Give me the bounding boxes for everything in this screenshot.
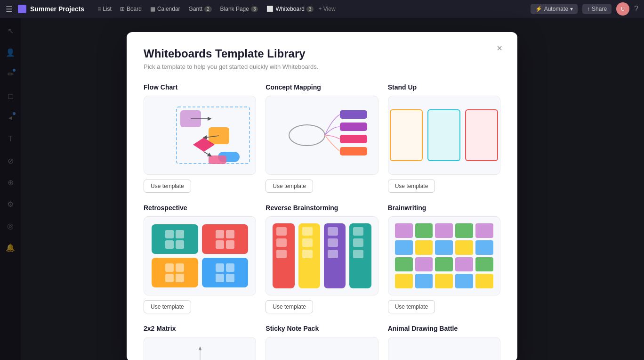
modal-close-button[interactable]: ×	[493, 41, 506, 55]
svg-line-8	[204, 152, 210, 155]
svg-marker-17	[199, 346, 201, 350]
avatar[interactable]: U	[616, 2, 629, 16]
concept-svg	[270, 100, 374, 171]
svg-rect-10	[340, 110, 367, 119]
modal-title: Whiteboards Template Library	[144, 47, 500, 60]
template-brainwriting: Brainwriting	[388, 204, 500, 313]
help-icon[interactable]: ?	[634, 5, 638, 13]
share-button[interactable]: ↑ Share	[582, 4, 612, 14]
modal-overlay: × Whiteboards Template Library Pick a te…	[0, 18, 644, 360]
use-flowchart-btn[interactable]: Use template	[144, 180, 191, 193]
template-retro-name: Retrospective	[144, 204, 256, 212]
template-standup-card[interactable]	[388, 96, 500, 175]
nav-list[interactable]: ≡ List	[94, 4, 115, 14]
svg-rect-11	[340, 123, 367, 131]
add-view-btn[interactable]: + View	[318, 6, 335, 12]
svg-rect-5	[209, 155, 226, 164]
matrix-svg	[158, 346, 242, 360]
bw-preview	[388, 217, 500, 295]
standup-preview	[388, 96, 500, 174]
template-matrix: 2x2 Matrix	[144, 325, 256, 360]
template-bw-name: Brainwriting	[388, 204, 500, 212]
template-rb-name: Reverse Brainstorming	[266, 204, 378, 212]
svg-point-9	[289, 125, 325, 146]
template-flowchart: Flow Chart	[144, 83, 256, 193]
calendar-icon: ▦	[150, 6, 155, 12]
template-concept: Concept Mapping	[266, 83, 378, 193]
template-rb-card[interactable]	[266, 216, 378, 295]
template-stickynote: Sticky Note Pack	[266, 325, 378, 360]
template-standup: Stand Up Use template	[388, 83, 500, 193]
hamburger-icon[interactable]: ☰	[6, 5, 12, 14]
template-reversebrainstorm: Reverse Brainstorming	[266, 204, 378, 313]
share-icon: ↑	[587, 6, 590, 12]
use-retro-btn[interactable]: Use template	[144, 300, 191, 313]
matrix-preview	[144, 337, 256, 360]
template-library-modal: × Whiteboards Template Library Pick a te…	[127, 32, 517, 360]
list-icon: ≡	[97, 6, 101, 12]
template-sticky-name: Sticky Note Pack	[266, 325, 378, 332]
retro-preview	[144, 217, 256, 295]
topbar-right: ⚡ Automate ▾ ↑ Share U ?	[531, 2, 638, 16]
automate-button[interactable]: ⚡ Automate ▾	[531, 4, 578, 14]
template-retro-card[interactable]	[144, 216, 256, 295]
use-rb-btn[interactable]: Use template	[266, 300, 313, 313]
use-standup-btn[interactable]: Use template	[388, 180, 435, 193]
automate-chevron: ▾	[570, 6, 573, 12]
animal-preview	[388, 337, 500, 360]
template-grid: Flow Chart	[144, 83, 500, 360]
flowchart-svg	[148, 100, 252, 171]
template-flowchart-card[interactable]	[144, 96, 256, 175]
modal-subtitle: Pick a template to help you get started …	[144, 63, 500, 70]
template-standup-name: Stand Up	[388, 83, 500, 91]
template-animal-card[interactable]	[388, 337, 500, 360]
whiteboard-icon: ⬜	[266, 6, 274, 12]
board-icon: ⊞	[120, 6, 125, 12]
use-concept-btn[interactable]: Use template	[266, 180, 313, 193]
template-retro: Retrospective	[144, 204, 256, 313]
template-concept-card[interactable]	[266, 96, 378, 175]
top-nav: ≡ List ⊞ Board ▦ Calendar Gantt 2 Blank …	[94, 4, 527, 14]
svg-rect-13	[340, 147, 367, 155]
nav-gantt[interactable]: Gantt 2	[185, 4, 216, 14]
template-matrix-card[interactable]	[144, 337, 256, 360]
nav-whiteboard[interactable]: ⬜ Whiteboard 3	[263, 4, 317, 14]
template-sticky-card[interactable]	[266, 337, 378, 360]
template-bw-card[interactable]	[388, 216, 500, 295]
svg-rect-12	[340, 135, 367, 143]
use-bw-btn[interactable]: Use template	[388, 300, 435, 313]
nav-blank-page[interactable]: Blank Page 3	[217, 4, 262, 14]
template-matrix-name: 2x2 Matrix	[144, 325, 256, 332]
nav-board[interactable]: ⊞ Board	[116, 4, 145, 14]
topbar: ☰ Summer Projects ≡ List ⊞ Board ▦ Calen…	[0, 0, 644, 18]
nav-calendar[interactable]: ▦ Calendar	[146, 4, 184, 14]
template-flowchart-name: Flow Chart	[144, 83, 256, 91]
project-icon	[18, 5, 26, 13]
sticky-preview	[266, 337, 378, 360]
rb-preview	[266, 217, 378, 295]
template-animal: Animal Drawing Battle	[388, 325, 500, 360]
template-concept-name: Concept Mapping	[266, 83, 378, 91]
template-animal-name: Animal Drawing Battle	[388, 325, 500, 332]
automate-icon: ⚡	[535, 6, 542, 12]
project-title: Summer Projects	[30, 5, 84, 13]
